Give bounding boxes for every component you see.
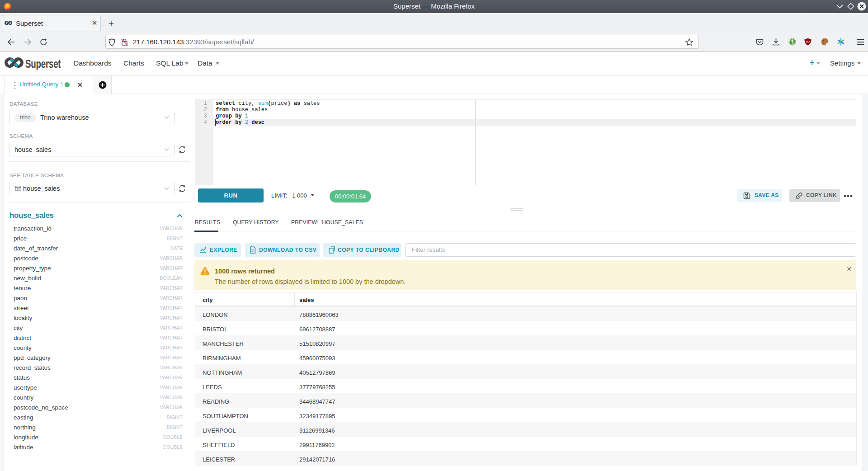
svg-text:uO: uO (806, 40, 810, 43)
